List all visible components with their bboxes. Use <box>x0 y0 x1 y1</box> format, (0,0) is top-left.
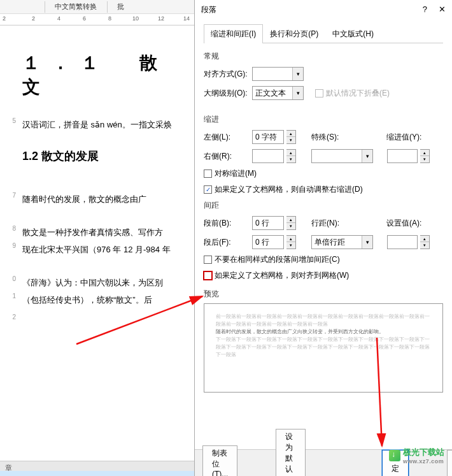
close-button[interactable]: ✕ <box>439 0 446 19</box>
section-general: 常规 <box>204 51 443 62</box>
spinner[interactable]: ▴▾ <box>286 216 296 230</box>
no-space-same-style-checkbox[interactable] <box>204 256 212 264</box>
chevron-down-icon[interactable]: ▾ <box>362 236 372 249</box>
document-background: 中文简繁转换 批 2 2 4 6 8 10 12 14 １．１ 散 文 5 汉语… <box>0 0 197 476</box>
alignment-combo[interactable]: ▾ <box>252 67 304 81</box>
ruler-mark: 2 <box>32 15 35 22</box>
special-indent-label: 特殊(S): <box>311 132 344 143</box>
cancel-button[interactable]: 取消 <box>447 450 452 477</box>
outline-level-input[interactable] <box>253 87 292 99</box>
section-preview: 预览 <box>204 289 443 299</box>
spinner[interactable]: ▴▾ <box>286 235 296 249</box>
tab-indents-spacing[interactable]: 缩进和间距(I) <box>204 24 263 43</box>
toolbar: 中文简繁转换 批 <box>0 0 197 14</box>
heading-2: 1.2 散文的发展 <box>22 148 194 164</box>
indent-by-input[interactable] <box>387 149 418 163</box>
outline-level-combo[interactable]: ▾ <box>252 86 304 100</box>
paragraph: 现在北宋太平兴国（976 年 12 月-984 年 <box>22 245 171 254</box>
right-indent-label: 右侧(R): <box>204 151 250 162</box>
left-indent-input[interactable] <box>252 130 284 144</box>
horizontal-ruler[interactable]: 2 2 4 6 8 10 12 14 <box>0 14 197 25</box>
chevron-down-icon[interactable]: ▾ <box>362 150 372 162</box>
watermark-name: 极光下载站 <box>403 447 444 458</box>
ruler-mark: 10 <box>132 15 139 22</box>
line-spacing-combo[interactable]: ▾ <box>311 235 373 249</box>
paragraph: 《辞海》认为：中国六朝以来，为区别 <box>22 278 163 287</box>
task-bar-hint <box>0 471 197 476</box>
paragraph: 汉语词汇，拼音是 sǎn wén。一指文采焕 <box>22 120 172 129</box>
indent-by-label: 缩进值(Y): <box>386 132 426 143</box>
space-after-input[interactable] <box>252 235 284 249</box>
preview-text-sample: 随着时代的发展，散文的概念由广义向狭义转变，并受到西方文化的影响。 <box>216 328 431 336</box>
ruler-mark: 8 <box>108 15 111 22</box>
paragraph: 散文是一种抒发作者真情实感、写作方 <box>22 227 163 237</box>
line-number: 0 <box>3 275 16 282</box>
mirror-indent-label: 对称缩进(M) <box>215 168 257 179</box>
space-before-label: 段前(B): <box>204 218 250 229</box>
auto-right-indent-label: 如果定义了文档网格，则自动调整右缩进(D) <box>215 184 363 195</box>
document-content[interactable]: １．１ 散 文 5 汉语词汇，拼音是 sǎn wén。一指文采焕 1.2 散文的… <box>22 45 194 314</box>
spacing-at-label: 设置值(A): <box>386 218 426 229</box>
dialog-body: 缩进和间距(I) 换行和分页(P) 中文版式(H) 常规 对齐方式(G): ▾ … <box>195 19 452 399</box>
set-default-button[interactable]: 设为默认值(D) <box>276 429 306 476</box>
line-number: 1 <box>3 292 16 299</box>
section-indent: 缩进 <box>204 114 443 125</box>
line-number: 7 <box>3 192 16 199</box>
right-indent-input[interactable] <box>252 149 284 163</box>
dialog-title: 段落 <box>201 0 216 19</box>
chevron-down-icon[interactable]: ▾ <box>292 87 303 99</box>
spacing-at-input[interactable] <box>387 235 418 249</box>
collapse-checkbox <box>315 89 323 97</box>
no-space-same-style-label: 不要在相同样式的段落间增加间距(C) <box>215 254 340 265</box>
mirror-indent-checkbox[interactable] <box>204 169 212 178</box>
spinner[interactable]: ▴▾ <box>286 149 296 163</box>
line-spacing-label: 行距(N): <box>311 218 344 229</box>
preview-text-before: 前一段落前一段落前一段落前一段落前一段落前一段落前一段落前一段落前一段落前一段落… <box>216 313 431 328</box>
auto-right-indent-checkbox[interactable] <box>204 185 212 194</box>
ruler-mark: 4 <box>57 15 60 22</box>
collapse-label: 默认情况下折叠(E) <box>326 88 390 99</box>
watermark: 极光下载站 www.xz7.com <box>389 447 444 465</box>
line-number: 8 <box>3 225 16 232</box>
toolbar-item-comments[interactable]: 批 <box>109 0 132 13</box>
watermark-url: www.xz7.com <box>403 458 444 465</box>
line-number: 2 <box>3 314 16 321</box>
left-indent-label: 左侧(L): <box>204 132 250 143</box>
spinner[interactable]: ▴▾ <box>286 130 296 144</box>
line-number: 9 <box>3 242 16 249</box>
tab-chinese-typography[interactable]: 中文版式(H) <box>325 24 381 43</box>
dialog-titlebar: 段落 ? ✕ <box>195 0 452 19</box>
snap-to-grid-checkbox[interactable] <box>204 271 212 280</box>
tab-strip: 缩进和间距(I) 换行和分页(P) 中文版式(H) <box>204 24 443 43</box>
ruler-mark: 2 <box>3 15 6 22</box>
ruler-mark: 14 <box>183 15 190 22</box>
spinner[interactable]: ▴▾ <box>420 149 430 163</box>
space-before-input[interactable] <box>252 216 284 230</box>
paragraph-dialog: 段落 ? ✕ 缩进和间距(I) 换行和分页(P) 中文版式(H) 常规 对齐方式… <box>194 0 452 476</box>
special-indent-combo[interactable]: ▾ <box>311 149 373 163</box>
preview-box: 前一段落前一段落前一段落前一段落前一段落前一段落前一段落前一段落前一段落前一段落… <box>204 303 443 393</box>
snap-to-grid-label: 如果定义了文档网格，则对齐到网格(W) <box>215 270 349 281</box>
preview-text-after: 下一段落下一段落下一段落下一段落下一段落下一段落下一段落下一段落下一段落下一段落… <box>216 336 431 359</box>
heading-1: １．１ 散 文 <box>22 51 194 99</box>
toolbar-item-convert[interactable]: 中文简繁转换 <box>47 0 104 13</box>
section-spacing: 间距 <box>204 200 443 211</box>
outline-level-label: 大纲级别(O): <box>204 88 250 99</box>
paragraph: 随着时代的发展，散文的概念由广 <box>22 194 146 204</box>
ruler-mark: 6 <box>83 15 86 22</box>
tab-line-page-breaks[interactable]: 换行和分页(P) <box>263 24 325 43</box>
alignment-label: 对齐方式(G): <box>204 69 250 80</box>
help-button[interactable]: ? <box>423 0 427 19</box>
alignment-input[interactable] <box>253 68 292 80</box>
line-number: 5 <box>3 117 16 124</box>
space-after-label: 段后(F): <box>204 237 250 248</box>
ruler-mark: 12 <box>158 15 164 22</box>
paragraph: （包括经传史书），统称“散文”。后 <box>22 295 152 305</box>
download-icon <box>389 450 400 461</box>
chevron-down-icon[interactable]: ▾ <box>292 68 303 80</box>
spinner[interactable]: ▴▾ <box>420 235 430 249</box>
tabs-button[interactable]: 制表位(T)... <box>202 445 237 477</box>
